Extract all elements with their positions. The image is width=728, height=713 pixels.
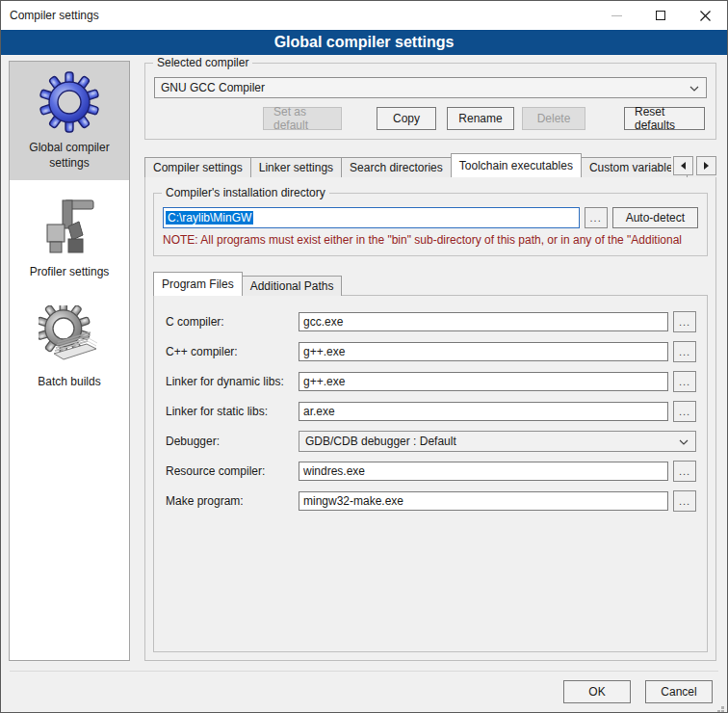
field-label: Resource compiler: <box>166 464 299 478</box>
chevron-down-icon <box>679 439 689 445</box>
resize-grip[interactable] <box>721 706 724 709</box>
browse-directory-button[interactable]: ... <box>585 207 608 228</box>
tab-label: Toolchain executables <box>459 159 573 172</box>
program-files-tabstrip: Program Files Additional Paths <box>153 272 708 296</box>
maximize-icon <box>656 11 665 20</box>
tab-scroll-left-button[interactable] <box>673 156 693 175</box>
tab-label: Search directories <box>350 161 443 174</box>
group-label: Selected compiler <box>153 56 252 69</box>
minimize-button[interactable] <box>594 1 638 30</box>
browse-button[interactable]: ... <box>673 401 696 422</box>
blue-gear-icon <box>39 71 100 133</box>
tab-label: Compiler settings <box>153 161 243 174</box>
rename-button[interactable]: Rename <box>447 107 514 130</box>
dialog-header: Global compiler settings <box>1 30 727 55</box>
toolchain-executables-page: Compiler's installation directory C:\ray… <box>144 176 716 661</box>
delete-button[interactable]: Delete <box>522 107 585 130</box>
cpp-compiler-input[interactable] <box>299 342 668 361</box>
ellipsis-label: ... <box>679 495 690 507</box>
installation-directory-input[interactable]: C:\raylib\MinGW <box>163 207 580 228</box>
gear-stack-icon <box>39 305 100 367</box>
ellipsis-label: ... <box>679 465 690 477</box>
form-row-linker-static: Linker for static libs: ... <box>166 401 696 422</box>
form-row-resource-compiler: Resource compiler: ... <box>166 461 696 482</box>
footer: OK Cancel <box>1 672 727 712</box>
tab-linker-settings[interactable]: Linker settings <box>250 157 342 177</box>
field-label: C++ compiler: <box>166 345 299 358</box>
button-label: Auto-detect <box>626 211 685 224</box>
selected-compiler-group: Selected compiler GNU GCC Compiler Set a… <box>144 63 716 140</box>
button-label: Cancel <box>661 685 696 699</box>
field-label: C compiler: <box>166 315 299 329</box>
debugger-select-value: GDB/CDB debugger : Default <box>305 435 456 448</box>
close-button[interactable] <box>683 1 727 30</box>
set-as-default-button[interactable]: Set as default <box>263 107 342 130</box>
copy-button[interactable]: Copy <box>377 107 436 130</box>
tab-compiler-settings[interactable]: Compiler settings <box>144 157 251 177</box>
tab-scroll-right-button[interactable] <box>696 156 716 175</box>
form-row-c-compiler: C compiler: ... <box>166 311 696 332</box>
compiler-settings-dialog: Compiler settings Global compiler settin… <box>0 0 728 713</box>
button-label: Set as default <box>273 105 331 132</box>
button-label: Copy <box>393 112 420 125</box>
group-label: Compiler's installation directory <box>162 186 329 199</box>
form-row-linker-dynamic: Linker for dynamic libs: ... <box>166 371 696 392</box>
browse-button[interactable]: ... <box>673 371 696 392</box>
installation-directory-group: Compiler's installation directory C:\ray… <box>153 193 708 256</box>
sidebar-item-label: Profiler settings <box>30 265 110 280</box>
installation-directory-row: C:\raylib\MinGW ... Auto-detect <box>163 207 698 228</box>
form-row-make-program: Make program: ... <box>166 490 696 512</box>
arrow-left-icon <box>681 162 686 170</box>
linker-dynamic-input[interactable] <box>299 372 668 391</box>
close-icon <box>700 11 711 21</box>
debugger-select[interactable]: GDB/CDB debugger : Default <box>299 431 696 452</box>
sidebar-item-global-compiler-settings[interactable]: Global compiler settings <box>10 62 129 180</box>
program-files-notebook: Program Files Additional Paths C compile… <box>153 272 708 652</box>
resource-compiler-input[interactable] <box>299 462 668 481</box>
tab-label: Linker settings <box>259 161 333 174</box>
ellipsis-label: ... <box>679 346 690 357</box>
linker-static-input[interactable] <box>299 402 668 421</box>
compiler-buttons-row: Set as default Copy Rename Delete Reset … <box>154 107 707 130</box>
browse-button[interactable]: ... <box>673 341 696 362</box>
browse-button[interactable]: ... <box>673 490 696 512</box>
tab-search-directories[interactable]: Search directories <box>341 157 452 177</box>
tab-label: Custom variables <box>589 161 679 174</box>
button-label: OK <box>588 685 605 699</box>
make-program-input[interactable] <box>299 491 668 511</box>
tab-label: Additional Paths <box>250 279 334 293</box>
sidebar-item-profiler-settings[interactable]: Profiler settings <box>10 186 129 290</box>
form-row-cpp-compiler: C++ compiler: ... <box>166 341 696 362</box>
sidebar-item-batch-builds[interactable]: Batch builds <box>10 296 129 400</box>
reset-defaults-button[interactable]: Reset defaults <box>624 107 705 130</box>
button-label: Delete <box>537 112 571 125</box>
auto-detect-button[interactable]: Auto-detect <box>612 207 698 228</box>
caliper-icon <box>39 196 100 257</box>
tab-toolchain-executables[interactable]: Toolchain executables <box>451 153 582 177</box>
ellipsis-label: ... <box>679 316 690 328</box>
tab-label: Program Files <box>162 277 234 291</box>
program-files-page: C compiler: ... C++ compiler: ... Linker… <box>153 295 708 652</box>
ellipsis-label: ... <box>590 212 602 224</box>
browse-button[interactable]: ... <box>673 461 696 482</box>
sidebar-item-label: Global compiler settings <box>13 141 125 171</box>
ok-button[interactable]: OK <box>563 680 631 703</box>
field-label: Debugger: <box>166 435 299 448</box>
browse-button[interactable]: ... <box>673 311 696 332</box>
tab-program-files[interactable]: Program Files <box>153 272 243 296</box>
maximize-button[interactable] <box>638 1 683 30</box>
settings-tabstrip: Compiler settings Linker settings Search… <box>144 153 716 177</box>
minimize-icon <box>611 15 622 16</box>
note-text: NOTE: All programs must exist either in … <box>163 233 698 247</box>
compiler-select-value: GNU GCC Compiler <box>161 81 265 94</box>
tab-scroll-arrows <box>671 156 716 175</box>
cancel-button[interactable]: Cancel <box>645 680 713 703</box>
compiler-select[interactable]: GNU GCC Compiler <box>154 77 707 98</box>
ellipsis-label: ... <box>679 376 690 387</box>
settings-category-sidebar: Global compiler settings Profiler settin… <box>9 61 130 661</box>
tab-additional-paths[interactable]: Additional Paths <box>242 276 343 296</box>
dialog-body: Global compiler settings Profiler settin… <box>1 55 727 671</box>
ellipsis-label: ... <box>679 406 690 417</box>
c-compiler-input[interactable] <box>299 312 668 331</box>
page-title: Global compiler settings <box>274 34 455 51</box>
